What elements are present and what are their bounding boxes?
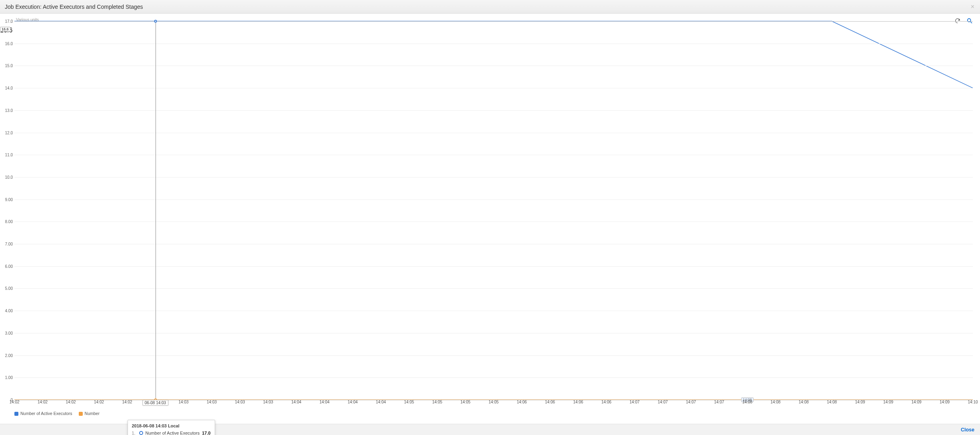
y-tick-label: 4.00	[1, 309, 13, 313]
y-tick-label: 2.00	[1, 353, 13, 357]
x-tick-label: 14:05	[404, 400, 414, 404]
x-tick-label: 14:07	[714, 400, 724, 404]
y-tick-label: 7.00	[1, 242, 13, 246]
y-hover-badge: 16.6	[0, 27, 10, 32]
x-tick-label: 14:06	[545, 400, 555, 404]
x-tick-label: 14:07	[658, 400, 668, 404]
x-tick-label: 14:05	[489, 400, 499, 404]
x-tick-label: 14:07	[629, 400, 639, 404]
y-tick-label: 3.00	[1, 331, 13, 335]
x-tick-label: 14:08	[770, 400, 780, 404]
x-tick-label: 14:08	[742, 400, 752, 404]
x-tick-label: 14:06	[573, 400, 583, 404]
y-tick-label: 16.0	[1, 41, 13, 46]
page-title: Job Execution: Active Executors and Comp…	[5, 4, 143, 10]
tooltip-timestamp: 2018-06-08 14:03 Local	[132, 423, 211, 428]
x-tick-label: 14:08	[798, 400, 808, 404]
x-tick-label: 14:05	[460, 400, 470, 404]
x-tick-label: 14:04	[319, 400, 329, 404]
legend-label: Number of Active Executors	[20, 411, 72, 416]
x-tick-label: 14:09	[940, 400, 950, 404]
x-tick-label: 14:02	[38, 400, 48, 404]
plot-region[interactable]: 01.002.003.004.005.006.007.008.009.0010.…	[14, 21, 973, 400]
x-tick-label: 14:04	[291, 400, 301, 404]
y-tick-label: 12.0	[1, 130, 13, 135]
x-tick-label: 14:03	[263, 400, 273, 404]
x-tick-label: 14:10	[968, 400, 978, 404]
x-tick-label: 06-08 14:03	[142, 400, 168, 406]
chart-area: Various units 01.002.003.004.005.006.007…	[0, 14, 980, 424]
y-tick-label: 14.0	[1, 86, 13, 90]
y-tick-label: 5.00	[1, 286, 13, 291]
x-tick-label: 14:09	[855, 400, 865, 404]
close-icon[interactable]: ×	[971, 3, 974, 10]
x-tick-label: 14:03	[207, 400, 217, 404]
y-tick-label: 10.0	[1, 175, 13, 179]
x-tick-label: 14:04	[347, 400, 357, 404]
tooltip-idx: 1.	[132, 431, 137, 435]
y-tick-label: 8.00	[1, 219, 13, 224]
y-tick-label: 17.0	[1, 19, 13, 24]
legend-label: Number	[85, 411, 100, 416]
y-tick-label: 13.0	[1, 108, 13, 112]
x-tick-label: 14:03	[178, 400, 188, 404]
y-tick-label: 11.0	[1, 153, 13, 157]
x-tick-label: 14:03	[235, 400, 245, 404]
x-tick-label: 14:06	[517, 400, 527, 404]
x-tick-label: 14:08	[827, 400, 837, 404]
legend: Number of Active Executors Number	[14, 411, 100, 416]
close-button[interactable]: Close	[961, 427, 974, 433]
y-tick-label: 9.00	[1, 197, 13, 202]
tooltip-series-name: Number of Active Executors	[146, 431, 200, 435]
x-tick-label: 14:07	[686, 400, 696, 404]
y-tick-label: 6.00	[1, 264, 13, 268]
series-line	[14, 21, 973, 88]
legend-swatch	[14, 412, 18, 416]
y-tick-label: 1.00	[1, 375, 13, 380]
legend-swatch	[79, 412, 83, 416]
x-tick-label: 14:09	[883, 400, 893, 404]
x-tick-label: 14:02	[122, 400, 132, 404]
modal-header: Job Execution: Active Executors and Comp…	[0, 0, 980, 14]
tooltip-row: 1.Number of Active Executors17.0	[132, 431, 211, 435]
hover-tooltip: 2018-06-08 14:03 Local 1.Number of Activ…	[128, 420, 215, 435]
x-tick-label: 14:05	[432, 400, 442, 404]
x-tick-label: 14:02	[94, 400, 104, 404]
x-tick-label: 14:02	[66, 400, 76, 404]
legend-item: Number	[79, 411, 100, 416]
chart-lines	[14, 21, 973, 400]
x-tick-label: 14:06	[601, 400, 611, 404]
tooltip-series-value: 17.0	[202, 431, 210, 435]
x-tick-label: 14:02	[9, 400, 19, 404]
x-tick-label: 14:09	[911, 400, 921, 404]
x-tick-label: 14:04	[376, 400, 386, 404]
legend-item: Number of Active Executors	[14, 411, 72, 416]
tooltip-swatch	[139, 431, 143, 435]
hover-point	[154, 20, 157, 23]
x-axis: 14:0214:0214:0214:0214:0206-08 14:0314:0…	[14, 400, 973, 408]
crosshair	[156, 21, 156, 400]
y-tick-label: 15.0	[1, 64, 13, 68]
